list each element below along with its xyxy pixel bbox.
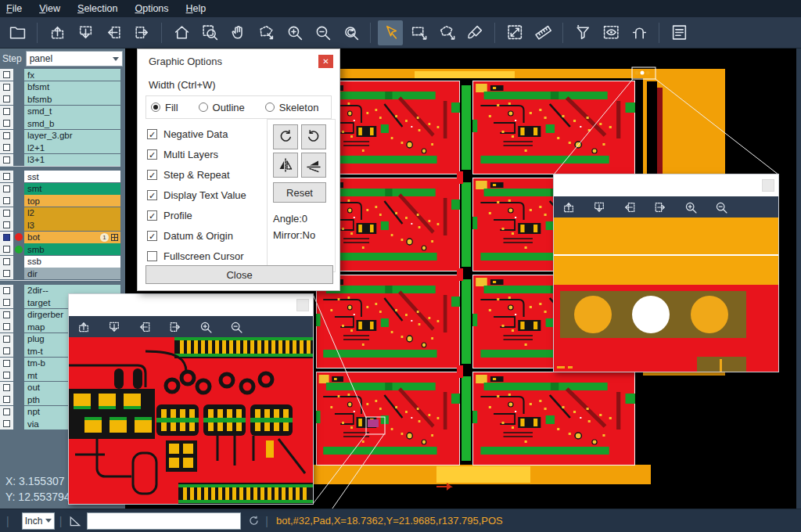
magnifier-titlebar[interactable] [554,174,778,196]
zoom-region-button[interactable] [197,20,222,45]
brush-tool-button[interactable] [462,20,487,45]
select-tool-button[interactable] [378,20,403,45]
checkbox-box[interactable]: ✓ [147,170,157,180]
radio-skeleton[interactable]: Skeleton [265,102,319,113]
layer-visibility-checkbox[interactable] [3,120,10,127]
layer-visibility-checkbox[interactable] [3,420,10,427]
layer-row-smd_t[interactable]: smd_t [0,106,125,117]
layer-visibility-checkbox[interactable] [3,84,10,91]
zoom-previous-button[interactable] [338,20,363,45]
layer-name-cell[interactable]: smd_t [24,106,120,117]
loop-tool-button[interactable] [627,20,652,45]
radio-outline[interactable]: Outline [199,102,245,113]
menu-item-selection[interactable]: Selection [77,3,117,14]
popup-detach-button[interactable] [762,179,774,192]
menu-item-view[interactable]: View [39,3,60,14]
mag-pan-down-button[interactable] [591,199,608,216]
mag-zoom-out-button[interactable] [228,318,245,336]
checkbox-negative-data[interactable]: ✓Negative Data [147,124,246,144]
layer-name-cell[interactable]: ssb [24,256,120,268]
layer-grid-button[interactable] [111,234,118,241]
angle-measure-icon[interactable] [68,514,82,528]
layer-row-l2+1[interactable]: l2+1 [0,142,125,153]
layer-visibility-checkbox[interactable] [3,173,10,180]
layer-visibility-checkbox[interactable] [3,132,10,139]
layer-visibility-checkbox[interactable] [3,299,10,306]
layer-name-cell[interactable]: fx [24,69,120,81]
layer-row-smd_b[interactable]: smd_b [0,117,125,129]
layer-visibility-checkbox[interactable] [3,408,10,415]
pan-view-right-button[interactable] [129,20,154,45]
checkbox-box[interactable]: ✓ [147,231,157,241]
close-button[interactable]: Close [145,265,333,284]
magnifier-view[interactable] [69,337,313,504]
checkbox-display-text-value[interactable]: ✓Display Text Value [147,185,246,205]
menu-item-file[interactable]: File [6,3,22,14]
layer-visibility-checkbox[interactable] [3,372,10,379]
pan-view-up-button[interactable] [45,20,70,45]
layer-row-sst[interactable]: sst [0,171,125,182]
layer-visibility-checkbox[interactable] [3,221,10,228]
open-file-button[interactable] [5,20,30,45]
layer-visibility-checkbox[interactable] [3,71,10,78]
checkbox-box[interactable]: ✓ [147,129,157,139]
magnifier-titlebar[interactable] [69,294,313,316]
layer-name-cell[interactable]: layer_3.gbr [24,130,120,142]
close-icon[interactable]: ✕ [318,55,333,68]
layer-row-l2[interactable]: l2 [0,207,125,219]
mag-zoom-in-button[interactable] [682,199,699,216]
layer-visibility-checkbox[interactable] [3,144,10,151]
checkbox-box[interactable] [147,251,157,261]
mag-pan-left-button[interactable] [136,318,153,336]
checkbox-box[interactable]: ✓ [147,210,157,221]
popup-detach-button[interactable] [296,299,309,311]
filter-tool-button[interactable] [570,20,595,45]
mag-pan-left-button[interactable] [621,199,638,216]
mag-zoom-in-button[interactable] [197,318,214,336]
layer-visibility-checkbox[interactable] [3,197,10,204]
layer-row-smt[interactable]: smt [0,183,125,195]
layer-name-cell[interactable]: l3 [24,219,120,231]
layer-name-cell[interactable]: smt [24,183,120,195]
mag-pan-down-button[interactable] [106,318,123,336]
pan-view-left-button[interactable] [101,20,126,45]
move-view-button[interactable] [253,20,278,45]
checkbox-multi-layers[interactable]: ✓Multi Layers [147,144,246,164]
layer-name-cell[interactable]: bot1 [24,232,120,243]
menu-item-help[interactable]: Help [186,3,207,14]
layer-name-cell[interactable]: l3+1 [24,154,120,166]
zoom-in-button[interactable] [282,20,307,45]
layer-row-bfsmt[interactable]: bfsmt [0,81,125,93]
checkbox-profile[interactable]: ✓Profile [147,205,246,225]
layer-row-smb[interactable]: smb [0,243,125,255]
layer-row-fx[interactable]: fx [0,69,125,81]
checkbox-step-repeat[interactable]: ✓Step & Repeat [147,164,246,185]
checkbox-box[interactable]: ✓ [147,190,157,200]
layer-visibility-checkbox[interactable] [3,234,10,241]
layer-visibility-checkbox[interactable] [3,210,10,217]
layer-visibility-checkbox[interactable] [3,396,10,403]
layer-row-bfsmb[interactable]: bfsmb [0,93,125,105]
layer-visibility-checkbox[interactable] [3,108,10,115]
layer-name-cell[interactable]: bfsmb [24,93,120,105]
layer-visibility-checkbox[interactable] [3,258,10,265]
layer-row-ssb[interactable]: ssb [0,256,125,268]
layer-name-cell[interactable]: smb [24,243,120,255]
polygon-select-button[interactable] [434,20,459,45]
unit-combobox[interactable]: Inch [22,512,55,530]
reset-button[interactable]: Reset [273,182,326,203]
layer-name-cell[interactable]: sst [24,171,120,182]
layer-visibility-checkbox[interactable] [3,347,10,354]
pan-view-down-button[interactable] [73,20,98,45]
layer-visibility-checkbox[interactable] [3,311,10,318]
mag-pan-right-button[interactable] [652,199,669,216]
mirror-horizontal-button[interactable] [273,153,298,178]
mag-zoom-out-button[interactable] [713,199,730,216]
mag-pan-up-button[interactable] [75,318,92,336]
ruler-tool-button[interactable] [530,20,555,45]
layer-row-l3[interactable]: l3 [0,219,125,231]
rotate-ccw-button[interactable] [301,124,326,149]
step-combobox[interactable]: panel [26,51,123,66]
rotate-cw-button[interactable] [273,124,298,149]
view-options-button[interactable] [598,20,623,45]
